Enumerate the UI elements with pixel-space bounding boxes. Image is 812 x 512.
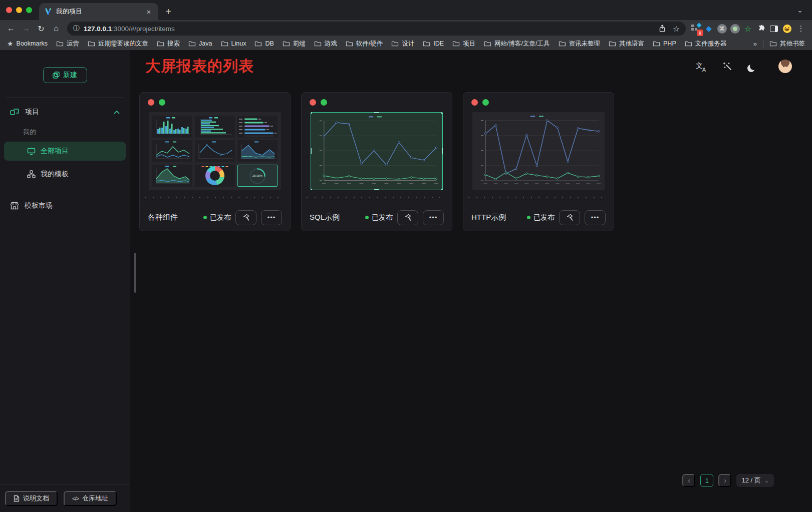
chevron-up-icon[interactable]	[114, 111, 120, 114]
browser-menu-icon[interactable]: ⋮	[794, 22, 808, 36]
dark-mode-moon-icon[interactable]	[750, 63, 760, 70]
project-preview[interactable]	[472, 112, 605, 190]
scrollbar-thumb[interactable]	[134, 253, 136, 293]
forward-icon[interactable]: →	[19, 22, 33, 36]
bookmark-folder[interactable]: PHP	[653, 40, 676, 48]
bookmark-folder[interactable]: 网站/博客/文章/工具	[484, 40, 550, 48]
magic-wand-icon[interactable]	[723, 62, 732, 71]
user-avatar[interactable]	[778, 60, 792, 73]
bookmark-folder[interactable]: 近期需要读的文章	[88, 40, 148, 48]
bookmark-folder[interactable]: 搜索	[157, 40, 180, 48]
code-icon: </>	[72, 495, 79, 501]
bookmarks-overflow-icon[interactable]: »	[753, 40, 757, 48]
bookmark-folder[interactable]: 前端	[283, 40, 306, 48]
url-text: 127.0.0.1:3000/#/project/items	[84, 25, 175, 33]
chevron-down-icon: ⌄	[764, 477, 769, 484]
minimize-window-button[interactable]	[16, 7, 22, 13]
site-info-icon[interactable]: ⓘ	[73, 24, 80, 33]
star-extension-icon[interactable]: ☆	[742, 23, 754, 35]
edit-hammer-button[interactable]	[559, 210, 580, 225]
hammer-icon	[242, 214, 250, 221]
group-label-mine: 我的	[0, 128, 130, 137]
bookmark-folder[interactable]: 资讯未整理	[559, 40, 601, 48]
new-project-button[interactable]: 新建	[43, 67, 87, 83]
new-tab-button[interactable]: +	[161, 5, 175, 19]
sidebar-item-all-projects[interactable]: 全部项目	[4, 142, 126, 161]
wappalyzer-extension-icon[interactable]: 9	[690, 23, 702, 35]
bookmark-star-icon[interactable]: ☆	[673, 24, 680, 34]
maximize-window-button[interactable]	[26, 7, 32, 13]
bookmark-folder[interactable]: 运营	[56, 40, 79, 48]
hammer-icon	[566, 214, 574, 221]
back-icon[interactable]: ←	[4, 22, 18, 36]
bookmark-folder[interactable]: Java	[188, 40, 212, 48]
sidebar-item-my-templates[interactable]: 我的模板	[4, 165, 126, 184]
more-options-button[interactable]: •••	[261, 210, 282, 225]
bookmark-folder[interactable]: 其他语言	[609, 40, 644, 48]
home-icon[interactable]: ⌂	[49, 22, 63, 36]
share-icon[interactable]	[659, 25, 666, 33]
ellipsis-icon: •••	[267, 214, 276, 221]
project-preview[interactable]: 25.00%	[149, 112, 281, 190]
edit-hammer-button[interactable]	[397, 210, 418, 225]
close-window-button[interactable]	[6, 7, 12, 13]
repo-button[interactable]: </> 仓库地址	[64, 491, 117, 506]
docs-button[interactable]: 说明文档	[5, 491, 58, 506]
extensions-puzzle-icon[interactable]	[755, 23, 767, 35]
bookmark-folder[interactable]: 软件/硬件	[346, 40, 383, 48]
bookmark-folder[interactable]: 设计	[391, 40, 414, 48]
more-options-button[interactable]: •••	[585, 210, 606, 225]
bookmark-folder[interactable]: Linux	[221, 40, 246, 48]
next-page-button[interactable]: ›	[718, 474, 731, 487]
edit-hammer-button[interactable]	[235, 210, 256, 225]
language-icon[interactable]: 文A	[694, 61, 705, 71]
command-extension-icon[interactable]: ⌘	[716, 23, 728, 35]
gem-extension-icon[interactable]: ◆	[703, 23, 715, 35]
bookmark-folder[interactable]: 游戏	[314, 40, 337, 48]
sidebar-item-label: 全部项目	[41, 147, 69, 156]
project-preview[interactable]	[311, 112, 443, 190]
sidebar-item-template-market[interactable]: 模板市场	[0, 194, 130, 217]
green-dot	[482, 99, 489, 106]
project-card: SQL示例 已发布 •••	[301, 92, 452, 231]
browser-tab[interactable]: 我的项目 ×	[39, 3, 158, 20]
more-options-button[interactable]: •••	[423, 210, 444, 225]
other-bookmarks[interactable]: 其他书签	[769, 40, 805, 48]
page-size-select[interactable]: 12 / 页 ⌄	[736, 474, 774, 487]
bookmark-folder[interactable]: 项目	[452, 40, 475, 48]
bookmark-folder[interactable]: IDE	[423, 40, 444, 48]
bookmark-folder[interactable]: DB	[254, 40, 274, 48]
folder-icon	[188, 41, 196, 47]
side-panel-icon[interactable]	[768, 23, 780, 35]
status-badge: 已发布	[527, 213, 555, 222]
bookmark-folder[interactable]: 文件服务器	[685, 40, 727, 48]
widget-collage: 25.00%	[149, 112, 281, 190]
ellipsis-icon: •••	[591, 214, 600, 221]
tab-search-icon[interactable]: ⌄	[794, 4, 806, 16]
chevron-right-icon: ›	[724, 476, 726, 484]
mini-donut-chart	[195, 165, 235, 187]
sidebar-footer: 说明文档 </> 仓库地址	[0, 484, 130, 512]
url-bar[interactable]: ⓘ 127.0.0.1:3000/#/project/items ☆	[67, 22, 686, 36]
docs-button-label: 说明文档	[23, 494, 49, 503]
new-button-label: 新建	[63, 71, 77, 80]
status-label: 已发布	[533, 213, 555, 222]
tab-close-icon[interactable]: ×	[144, 7, 153, 16]
card-footer: 各种组件 已发布 •••	[140, 204, 290, 231]
template-flow-icon	[27, 170, 36, 178]
mini-two-line-chart	[152, 140, 192, 162]
recorder-extension-icon[interactable]	[729, 23, 741, 35]
card-footer: SQL示例 已发布 •••	[302, 204, 452, 231]
mini-line-chart	[195, 140, 235, 162]
project-name: HTTP示例	[471, 213, 522, 222]
current-page-button[interactable]: 1	[700, 474, 713, 487]
prev-page-button[interactable]: ‹	[682, 474, 695, 487]
emoji-extension-icon[interactable]	[781, 23, 793, 35]
status-dot	[203, 216, 207, 219]
selection-overlay	[311, 112, 443, 190]
sidebar-section-project[interactable]: 项目	[0, 101, 130, 124]
bookmarks-root[interactable]: ★ Bookmarks	[7, 40, 48, 48]
reload-icon[interactable]: ↻	[34, 22, 48, 36]
page-title: 大屏报表的列表	[145, 56, 254, 77]
status-label: 已发布	[210, 213, 231, 222]
